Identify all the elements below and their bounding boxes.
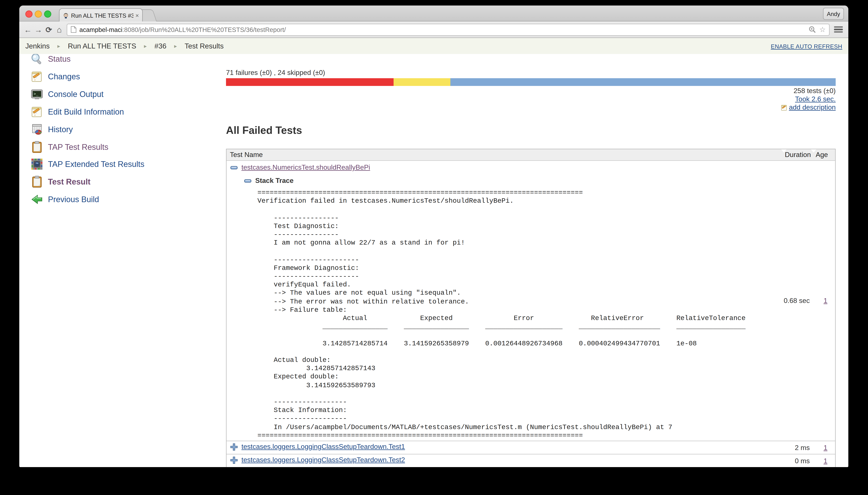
enable-auto-refresh-link[interactable]: ENABLE AUTO REFRESH — [771, 43, 842, 49]
zoom-window-button[interactable] — [44, 11, 51, 18]
search-icon — [30, 54, 44, 66]
mosaic-icon — [30, 157, 44, 171]
result-bar-skipped — [394, 78, 450, 86]
breadcrumb-separator-icon: ▸ — [174, 43, 177, 49]
sidebar-item-status[interactable]: Status — [30, 54, 218, 67]
result-bar-failed — [226, 78, 394, 86]
minimize-window-button[interactable] — [35, 11, 42, 18]
duration-cell: 0.68 sec — [784, 297, 810, 305]
sidebar-item-label: Previous Build — [48, 195, 99, 204]
age-link[interactable]: 1 — [823, 444, 828, 451]
failure-summary: 71 failures (±0) , 24 skipped (±0) — [226, 69, 325, 76]
reload-button[interactable]: ⟳ — [44, 25, 54, 34]
expand-icon[interactable] — [230, 457, 238, 464]
sidebar-item-console-output[interactable]: >_ Console Output — [30, 86, 218, 102]
home-button[interactable]: ⌂ — [54, 25, 65, 34]
duration-cell: 0 ms — [795, 457, 810, 465]
page-icon — [70, 26, 77, 33]
browser-toolbar: ← → ⟳ ⌂ acampbel-maci:8080/job/Run%20ALL… — [19, 21, 848, 38]
clipboard-icon — [30, 140, 44, 154]
tab-strip: Run ALL THE TESTS #36 Te × Andy — [19, 5, 848, 21]
sort-arrow-icon — [781, 149, 787, 153]
back-button[interactable]: ← — [22, 25, 33, 34]
screen: Run ALL THE TESTS #36 Te × Andy ← → ⟳ ⌂ … — [0, 0, 868, 495]
sidebar-item-tap-extended-test-results[interactable]: TAP Extended Test Results — [30, 156, 218, 172]
sidebar-item-previous-build[interactable]: Previous Build — [30, 191, 218, 208]
tab-close-icon[interactable]: × — [135, 12, 139, 19]
table-header: Test Name Duration Age — [227, 149, 835, 161]
browser-window: Run ALL THE TESTS #36 Te × Andy ← → ⟳ ⌂ … — [19, 5, 848, 467]
breadcrumb-separator-icon: ▸ — [57, 43, 60, 49]
result-bar-passed — [450, 78, 836, 86]
history-icon — [30, 123, 44, 136]
took-link[interactable]: Took 2.6 sec. — [795, 95, 836, 103]
sidebar-item-test-result[interactable]: Test Result — [30, 173, 218, 190]
url-text: acampbel-maci:8080/job/Run%20ALL%20THE%2… — [79, 26, 806, 33]
sidebar-item-changes[interactable]: Changes — [30, 68, 218, 85]
forward-button[interactable]: → — [33, 25, 44, 34]
bookmark-star-icon[interactable]: ☆ — [819, 25, 826, 34]
breadcrumb-test-results[interactable]: Test Results — [185, 42, 223, 50]
totals-block: 258 tests (±0) Took 2.6 sec. add descrip… — [781, 87, 836, 114]
age-link[interactable]: 1 — [823, 297, 828, 305]
test-link[interactable]: testcases.loggers.LoggingClassSetupTeard… — [241, 443, 405, 450]
sidebar-item-label: Status — [48, 54, 70, 63]
table-row: testcases.loggers.LoggingClassSetupTeard… — [227, 441, 835, 455]
column-test-name[interactable]: Test Name — [230, 151, 263, 159]
browser-tab[interactable]: Run ALL THE TESTS #36 Te × — [59, 8, 143, 22]
table-row: testcases.NumericsTest.shouldReallyBePi … — [227, 161, 835, 441]
breadcrumb-job[interactable]: Run ALL THE TESTS — [68, 42, 136, 50]
test-report-main: 71 failures (±0) , 24 skipped (±0) 258 t… — [226, 54, 836, 467]
sidebar-item-label: Edit Build Information — [48, 107, 124, 116]
sort-arrow-icon — [811, 149, 816, 153]
terminal-icon: >_ — [30, 88, 44, 101]
stack-trace-label: Stack Trace — [255, 177, 294, 185]
menu-icon[interactable] — [834, 25, 843, 34]
close-window-button[interactable] — [26, 11, 33, 18]
sidebar-item-label: History — [48, 125, 73, 134]
address-bar[interactable]: acampbel-maci:8080/job/Run%20ALL%20THE%2… — [67, 23, 830, 36]
column-duration[interactable]: Duration — [785, 151, 811, 159]
zoom-page-icon[interactable] — [809, 26, 816, 33]
breadcrumb-jenkins[interactable]: Jenkins — [26, 42, 50, 50]
stack-trace-text: ========================================… — [257, 189, 835, 440]
profile-button[interactable]: Andy — [823, 8, 844, 20]
sidebar-item-edit-build-information[interactable]: Edit Build Information — [30, 104, 218, 120]
test-link[interactable]: testcases.loggers.LoggingClassSetupTeard… — [241, 456, 405, 464]
sidebar-item-label: Test Result — [48, 177, 90, 186]
collapse-icon[interactable] — [244, 177, 251, 184]
svg-text:>_: >_ — [34, 91, 38, 96]
collapse-icon[interactable] — [230, 164, 238, 171]
breadcrumb-separator-icon: ▸ — [144, 43, 147, 49]
tab-title: Run ALL THE TESTS #36 Te — [71, 12, 133, 19]
duration-cell: 2 ms — [795, 444, 810, 451]
total-tests: 258 tests (±0) — [781, 87, 836, 95]
test-link[interactable]: testcases.NumericsTest.shouldReallyBePi — [241, 164, 370, 171]
page-content: Status Changes >_ — [19, 54, 848, 467]
notepad-icon — [30, 105, 44, 118]
table-row: testcases.loggers.LoggingClassSetupTeard… — [227, 455, 835, 467]
result-bar — [226, 78, 836, 86]
clipboard-icon — [30, 175, 44, 188]
edit-description-icon — [781, 104, 788, 111]
breadcrumb-build[interactable]: #36 — [154, 42, 166, 50]
page-title: All Failed Tests — [226, 124, 302, 137]
sidebar-item-label: TAP Extended Test Results — [48, 160, 145, 169]
jenkins-favicon-icon — [63, 12, 69, 19]
age-link[interactable]: 1 — [823, 457, 828, 465]
sidebar-item-label: TAP Test Results — [48, 143, 108, 152]
column-age[interactable]: Age — [816, 151, 828, 159]
failed-tests-table: Test Name Duration Age te — [226, 149, 836, 467]
arrow-left-icon — [30, 193, 44, 206]
sidebar-item-tap-test-results[interactable]: TAP Test Results — [30, 139, 218, 155]
add-description-link[interactable]: add description — [789, 104, 836, 112]
sidebar-item-label: Console Output — [48, 90, 103, 99]
sidebar-item-history[interactable]: History — [30, 121, 218, 138]
breadcrumb: Jenkins ▸ Run ALL THE TESTS ▸ #36 ▸ Test… — [19, 38, 848, 54]
expand-icon[interactable] — [230, 443, 238, 450]
notepad-icon — [30, 70, 44, 83]
sidebar-item-label: Changes — [48, 72, 80, 81]
